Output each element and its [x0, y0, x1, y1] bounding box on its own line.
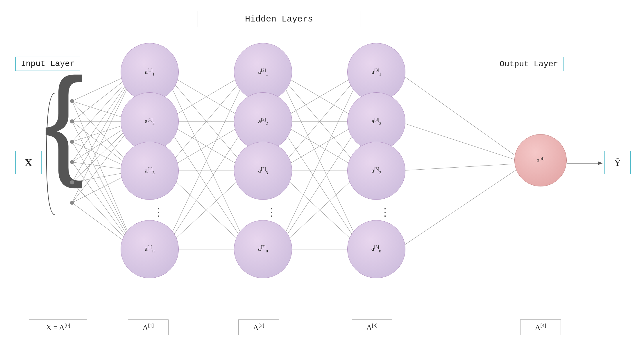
neuron-l3-3-label: a[3]3 [371, 166, 381, 175]
neuron-l3-2-label: a[3]2 [371, 117, 381, 126]
svg-line-53 [278, 121, 362, 249]
dots-l2: ⋮ [257, 206, 286, 219]
neuron-l2-1-label: a[2]1 [258, 68, 268, 77]
neuron-l1-3: a[1]3 [121, 142, 179, 200]
neuron-l4-1: a[4] [514, 134, 567, 186]
input-dot-1 [70, 99, 74, 103]
x-label: X [25, 157, 32, 169]
neuron-l3-3: a[3]3 [347, 142, 405, 200]
bottom-label-2: A[2] [238, 319, 279, 335]
bottom-label-4-text: A[4] [535, 323, 546, 332]
neuron-l2-n: a[2]n [234, 220, 292, 278]
neuron-l2-3: a[2]3 [234, 142, 292, 200]
neuron-l2-2-label: a[2]2 [258, 117, 268, 126]
neuron-l1-3-label: a[1]3 [145, 166, 155, 175]
neuron-l2-n-label: a[2]n [258, 245, 268, 254]
input-dot-4 [70, 160, 74, 164]
neuron-l3-n: a[3]n [347, 220, 405, 278]
dots-l3: ⋮ [371, 206, 400, 219]
input-dot-6 [70, 201, 74, 205]
svg-line-56 [398, 72, 526, 163]
neuron-l1-n: a[1]n [121, 220, 179, 278]
bottom-label-0-text: X = A[0] [46, 323, 70, 332]
y-hat-box: Ŷ [604, 151, 631, 174]
svg-line-59 [398, 163, 526, 249]
bottom-label-3-text: A[3] [366, 323, 378, 332]
neuron-l3-1-label: a[3]1 [371, 68, 381, 77]
svg-line-58 [398, 163, 526, 171]
neuron-l2-3-label: a[2]3 [258, 166, 268, 175]
svg-line-54 [278, 171, 362, 249]
neuron-l4-1-label: a[4] [537, 156, 544, 164]
input-dot-2 [70, 119, 74, 123]
bottom-label-0: X = A[0] [29, 319, 87, 335]
svg-line-51 [278, 171, 362, 249]
bottom-label-4: A[4] [520, 319, 561, 335]
neuron-l1-1-label: a[1]1 [145, 68, 155, 77]
diagram-container: Hidden Layers Input Layer Output Layer X… [0, 0, 644, 361]
svg-line-47 [278, 121, 362, 249]
x-input-box: X [15, 151, 42, 174]
svg-line-37 [164, 121, 248, 249]
neuron-l1-2-label: a[1]2 [145, 117, 155, 126]
dots-l1: ⋮ [144, 206, 173, 219]
hidden-layers-label: Hidden Layers [198, 11, 360, 27]
bracket-svg [44, 90, 61, 218]
bottom-label-2-text: A[2] [253, 323, 264, 332]
svg-line-35 [164, 171, 248, 249]
bottom-label-1-text: A[1] [143, 323, 154, 332]
svg-line-31 [164, 121, 248, 249]
neuron-l3-n-label: a[3]n [371, 245, 382, 254]
input-dot-5 [70, 180, 74, 184]
output-layer-label: Output Layer [494, 57, 564, 71]
bottom-label-3: A[3] [352, 319, 392, 335]
neuron-l1-n-label: a[1]n [145, 245, 155, 254]
y-hat-label: Ŷ [614, 157, 621, 168]
svg-line-38 [164, 171, 248, 249]
input-dot-3 [70, 140, 74, 144]
svg-line-57 [398, 121, 526, 163]
bottom-label-1: A[1] [128, 319, 169, 335]
